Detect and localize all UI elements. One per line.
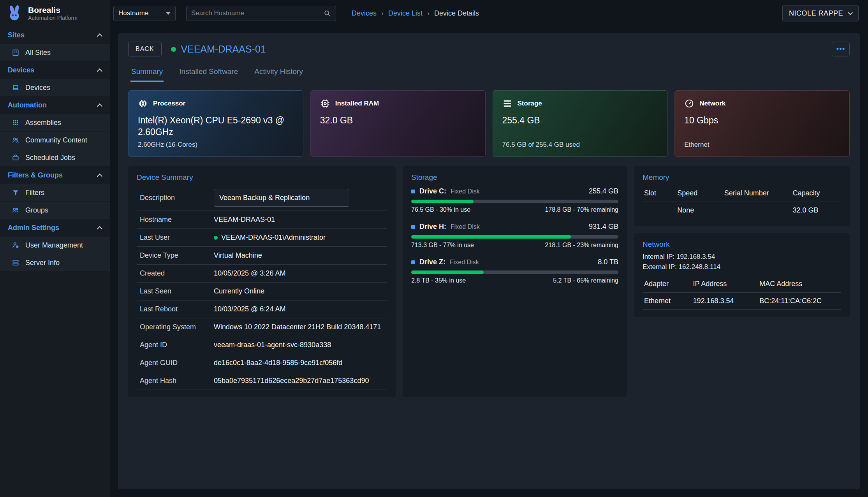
sidebar-item-label: Server Info	[25, 259, 60, 267]
installed-ram-card: Installed RAM 32.0 GB	[310, 90, 486, 157]
breadcrumb-devices[interactable]: Devices	[352, 9, 377, 18]
drive-usage-fill	[411, 270, 484, 274]
laptop-icon	[12, 84, 19, 91]
borealis-logo	[5, 4, 23, 22]
section-label: Sites	[8, 31, 25, 39]
drive-name: Drive H:	[419, 223, 446, 231]
internal-ip: Internal IP: 192.168.3.54	[643, 252, 841, 262]
hostname-filter-select[interactable]: Hostname	[113, 6, 176, 21]
cell-mac-address: BC:24:11:CA:C6:2C	[759, 297, 840, 305]
summary-row-last-user: Last User VEEAM-DRAAS-01\Administrator	[137, 229, 387, 247]
detail-panels: Device Summary Description Hostname VEEA…	[128, 166, 850, 397]
network-card: Network 10 Gbps Ethernet	[674, 90, 850, 157]
drive-used-text: 713.3 GB - 77% in use	[411, 242, 474, 249]
row-label: Agent ID	[140, 341, 214, 349]
breadcrumb-device-list[interactable]: Device List	[388, 9, 423, 18]
panel-header: BACK VEEAM-DRAAS-01 •••	[128, 42, 850, 56]
sidebar-section-filters-groups[interactable]: Filters & Groups	[0, 167, 110, 184]
device-summary-title: Device Summary	[137, 173, 387, 182]
user-menu-button[interactable]: NICOLE RAPPE	[782, 5, 859, 21]
drive-remaining-text: 178.8 GB - 70% remaining	[545, 206, 618, 213]
memory-table-header: Slot Speed Serial Number Capacity	[643, 185, 841, 202]
user-gear-icon	[12, 241, 19, 249]
section-label: Automation	[8, 101, 47, 109]
sidebar-item-label: User Management	[25, 241, 83, 249]
drive-usage-fill	[411, 235, 571, 239]
summary-row-agent-hash: Agent Hash 05ba0e7935171d626ecea29b27d7a…	[137, 372, 387, 390]
brand-subtitle: Automation Platform	[28, 15, 77, 21]
sidebar-item-devices[interactable]: Devices	[0, 79, 110, 97]
sidebar-item-groups[interactable]: Groups	[0, 202, 110, 219]
drive-size: 255.4 GB	[589, 187, 618, 195]
storage-title: Storage	[411, 173, 618, 182]
row-label: Last Reboot	[140, 305, 214, 313]
tab-activity-history[interactable]: Activity History	[254, 63, 304, 82]
drive-remaining-text: 5.2 TB - 65% remaining	[553, 277, 618, 284]
sidebar-nav: Sites All Sites Devices Devices	[0, 26, 110, 497]
hostname-filter-value: Hostname	[118, 9, 148, 17]
summary-row-created: Created 10/05/2025 @ 3:26 AM	[137, 265, 387, 283]
card-title: Network	[699, 100, 725, 107]
topbar: Hostname Devices › Device List › Device …	[110, 0, 868, 26]
card-value: Intel(R) Xeon(R) CPU E5-2690 v3 @ 2.60GH…	[138, 115, 294, 138]
description-input[interactable]	[214, 189, 349, 207]
tab-installed-software[interactable]: Installed Software	[178, 63, 239, 82]
sidebar-item-all-sites[interactable]: All Sites	[0, 44, 110, 61]
row-label: Agent Hash	[140, 377, 214, 385]
more-options-button[interactable]: •••	[832, 42, 850, 56]
search-box	[186, 6, 336, 21]
grid-icon	[12, 119, 19, 126]
row-value: veeam-draas-01-agent-svc-8930a338	[214, 341, 331, 349]
col-ip-address: IP Address	[693, 280, 760, 288]
sidebar-item-server-info[interactable]: Server Info	[0, 254, 110, 272]
sidebar: Borealis Automation Platform Sites All S…	[0, 0, 110, 497]
col-serial-number: Serial Number	[724, 189, 793, 197]
online-status-dot	[214, 236, 218, 240]
row-label: Device Type	[140, 251, 214, 260]
right-column: Memory Slot Speed Serial Number Capacity…	[634, 166, 850, 397]
card-value: 10 Gbps	[684, 115, 840, 126]
drive-name: Drive Z:	[419, 258, 445, 266]
section-label: Filters & Groups	[8, 171, 63, 179]
sidebar-section-devices[interactable]: Devices	[0, 61, 110, 79]
content-area: BACK VEEAM-DRAAS-01 ••• Summary Installe…	[110, 26, 868, 497]
main-area: Hostname Devices › Device List › Device …	[110, 0, 868, 497]
sidebar-item-label: Filters	[25, 189, 44, 197]
filter-icon	[12, 189, 19, 197]
sidebar-section-automation[interactable]: Automation	[0, 97, 110, 114]
drive-bullet-icon	[411, 225, 415, 229]
summary-row-operating-system: Operating System Windows 10 2022 Datacen…	[137, 318, 387, 336]
summary-row-hostname: Hostname VEEAM-DRAAS-01	[137, 211, 387, 229]
row-label: Agent GUID	[140, 359, 214, 367]
row-value: VEEAM-DRAAS-01	[214, 216, 275, 224]
chevron-up-icon	[97, 103, 102, 109]
caret-down-icon	[166, 12, 171, 15]
sidebar-item-scheduled-jobs[interactable]: Scheduled Jobs	[0, 149, 110, 167]
sidebar-section-admin-settings[interactable]: Admin Settings	[0, 219, 110, 237]
sidebar-item-filters[interactable]: Filters	[0, 184, 110, 202]
building-icon	[12, 49, 19, 56]
card-title: Storage	[518, 100, 542, 107]
summary-row-last-seen: Last Seen Currently Online	[137, 283, 387, 300]
sidebar-item-label: Community Content	[25, 136, 87, 144]
drive-type: Fixed Disk	[451, 188, 480, 195]
device-summary-panel: Device Summary Description Hostname VEEA…	[128, 166, 396, 397]
sidebar-item-assemblies[interactable]: Assemblies	[0, 114, 110, 132]
sidebar-item-community-content[interactable]: Community Content	[0, 132, 110, 149]
network-speed-icon	[684, 98, 694, 109]
brand-name: Borealis	[28, 5, 77, 15]
people-icon	[12, 136, 19, 144]
external-ip: External IP: 162.248.8.114	[643, 262, 841, 272]
search-input[interactable]	[191, 9, 323, 17]
sidebar-item-user-management[interactable]: User Management	[0, 237, 110, 254]
sidebar-section-sites[interactable]: Sites	[0, 26, 110, 44]
tab-summary[interactable]: Summary	[130, 63, 164, 82]
card-subtitle	[320, 141, 476, 149]
card-subtitle: 2.60GHz (16-Cores)	[138, 141, 294, 149]
card-title: Installed RAM	[335, 100, 379, 107]
network-panel: Network Internal IP: 192.168.3.54 Extern…	[634, 233, 850, 317]
back-button[interactable]: BACK	[128, 42, 162, 56]
row-label: Hostname	[140, 216, 214, 224]
drive-size: 931.4 GB	[589, 223, 618, 231]
row-label: Operating System	[140, 323, 214, 331]
